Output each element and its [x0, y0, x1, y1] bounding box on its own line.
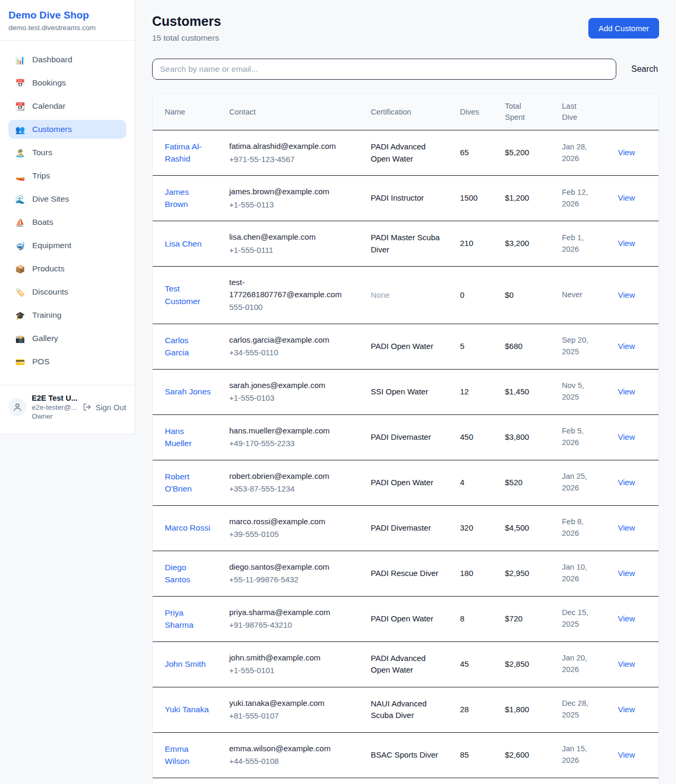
- customer-last-dive: Dec 28, 2025: [562, 698, 599, 721]
- customer-name-link[interactable]: Lisa Chen: [165, 238, 202, 250]
- view-customer-link[interactable]: View: [618, 478, 635, 487]
- person-icon: [13, 402, 22, 412]
- customer-certification: PADI Open Water: [371, 613, 440, 625]
- customer-name-link[interactable]: Priya Sharma: [165, 607, 212, 631]
- sidebar-item-label: Boats: [32, 218, 53, 227]
- customers-table-card: NameContactCertificationDivesTotal Spent…: [152, 93, 659, 784]
- customer-email: diego.santos@example.com: [229, 561, 356, 573]
- customer-name-link[interactable]: Emma Wilson: [165, 743, 212, 768]
- table-row: Priya Sharmapriya.sharma@example.com+91-…: [153, 596, 659, 641]
- column-header-label: Contact: [229, 107, 362, 118]
- search-input[interactable]: [152, 59, 616, 80]
- customer-total-spent: $5,200: [505, 130, 562, 176]
- customer-last-dive: Jan 15, 2026: [562, 743, 599, 767]
- sidebar-item-pos[interactable]: 💳POS: [8, 352, 126, 371]
- customer-certification: PADI Open Water: [371, 341, 440, 353]
- view-customer-link[interactable]: View: [618, 614, 635, 623]
- customer-name-link[interactable]: James Brown: [165, 186, 212, 211]
- tear-calendar-icon: 📆: [15, 102, 25, 110]
- view-customer-link[interactable]: View: [618, 705, 635, 714]
- view-customer-link[interactable]: View: [618, 569, 635, 578]
- sidebar-item-tours[interactable]: 🏝️Tours: [8, 143, 126, 162]
- view-customer-link[interactable]: View: [618, 523, 635, 532]
- user-meta: E2E Test U... e2e-tester@... Owner: [32, 394, 78, 420]
- customer-name-link[interactable]: Carlos Garcia: [165, 334, 212, 359]
- customer-name-link[interactable]: Sarah Jones: [165, 385, 211, 398]
- customer-certification: NAUI Advanced Scuba Diver: [371, 698, 440, 722]
- sidebar-item-label: Customers: [32, 125, 72, 134]
- sidebar-item-equipment[interactable]: 🤿Equipment: [8, 236, 126, 255]
- customer-last-dive: Jan 28, 2026: [562, 141, 599, 165]
- customer-name-link[interactable]: Test Customer: [165, 282, 212, 307]
- view-customer-link[interactable]: View: [618, 750, 635, 759]
- customer-total-spent: $3,800: [505, 414, 562, 460]
- customer-certification: PADI Divemaster: [371, 522, 440, 534]
- camera-icon: 📸: [15, 335, 25, 343]
- customer-name-link[interactable]: John Smith: [165, 658, 206, 670]
- customer-name-link[interactable]: Robert O'Brien: [165, 470, 212, 495]
- sidebar-item-bookings[interactable]: 📅Bookings: [8, 73, 126, 92]
- sidebar-item-customers[interactable]: 👥Customers: [8, 120, 126, 139]
- search-button[interactable]: Search: [630, 60, 659, 78]
- table-row: Fatima Al-Rashidfatima.alrashid@example.…: [153, 130, 659, 176]
- bar-chart-icon: 📊: [15, 56, 25, 64]
- customer-total-spent: $2,100: [505, 778, 562, 784]
- customer-phone: +55-11-99876-5432: [229, 574, 356, 586]
- sign-out-label: Sign Out: [96, 403, 126, 412]
- view-customer-link[interactable]: View: [618, 342, 635, 351]
- customer-phone: +1-555-0103: [229, 392, 356, 404]
- sidebar-item-dive-sites[interactable]: 🌊Dive Sites: [8, 190, 126, 209]
- customer-certification: PADI Advanced Open Water: [371, 141, 440, 165]
- customer-email: john.smith@example.com: [229, 652, 356, 664]
- table-row: Lisa Chenlisa.chen@example.com+1-555-011…: [153, 221, 659, 267]
- customer-last-dive: Jan 25, 2026: [562, 471, 599, 494]
- sign-out-icon: [83, 403, 91, 411]
- sidebar-item-calendar[interactable]: 📆Calendar: [8, 97, 126, 116]
- sidebar-item-label: Dive Sites: [32, 194, 69, 204]
- customer-phone: +971-55-123-4567: [229, 154, 356, 166]
- customer-total-spent: $680: [505, 324, 562, 369]
- sidebar-item-boats[interactable]: ⛵Boats: [8, 213, 126, 232]
- customer-phone: +91-98765-43210: [229, 619, 356, 631]
- package-icon: 📦: [15, 265, 25, 273]
- customer-name-link[interactable]: Diego Santos: [165, 561, 212, 586]
- view-customer-link[interactable]: View: [618, 432, 635, 441]
- view-customer-link[interactable]: View: [618, 148, 635, 157]
- sidebar-item-dashboard[interactable]: 📊Dashboard: [8, 50, 126, 69]
- sidebar-item-gallery[interactable]: 📸Gallery: [8, 329, 126, 348]
- customer-last-dive: Jan 10, 2026: [562, 562, 599, 585]
- customer-last-dive: Dec 15, 2025: [562, 607, 599, 630]
- sign-out-button[interactable]: Sign Out: [83, 403, 126, 412]
- tag-icon: 🏷️: [15, 288, 25, 296]
- customer-total-spent: $720: [505, 596, 562, 641]
- user-name: E2E Test U...: [32, 394, 78, 402]
- view-customer-link[interactable]: View: [618, 239, 635, 248]
- customer-total-spent: $0: [505, 267, 562, 324]
- customer-name-link[interactable]: Marco Rossi: [165, 522, 210, 534]
- customer-last-dive: Nov 5, 2025: [562, 380, 599, 403]
- view-customer-link[interactable]: View: [618, 193, 635, 202]
- view-customer-link[interactable]: View: [618, 387, 635, 396]
- app-window: Demo Dive Shop demo.test.divestreams.com…: [0, 0, 676, 784]
- island-icon: 🏝️: [15, 149, 25, 157]
- sidebar-item-trips[interactable]: 🚤Trips: [8, 166, 126, 185]
- customer-certification: PADI Advanced Open Water: [371, 653, 440, 676]
- credit-card-icon: 💳: [15, 358, 25, 366]
- add-customer-button[interactable]: Add Customer: [588, 18, 659, 39]
- column-header-certification: Certification: [371, 94, 460, 130]
- customer-name-link[interactable]: Fatima Al-Rashid: [165, 140, 212, 165]
- table-row: James Brownjames.brown@example.com+1-555…: [153, 176, 659, 221]
- customer-certification: SSI Open Water: [371, 386, 440, 398]
- sidebar-item-discounts[interactable]: 🏷️Discounts: [8, 282, 126, 301]
- customer-total-spent: $2,600: [505, 732, 562, 778]
- customer-email: hans.mueller@example.com: [229, 425, 356, 437]
- customer-total-spent: $2,950: [505, 551, 562, 596]
- view-customer-link[interactable]: View: [618, 290, 635, 299]
- sidebar-item-training[interactable]: 🎓Training: [8, 306, 126, 325]
- customer-name-link[interactable]: Hans Mueller: [165, 425, 212, 450]
- sidebar-item-products[interactable]: 📦Products: [8, 259, 126, 278]
- avatar: [8, 398, 26, 416]
- speedboat-icon: 🚤: [15, 172, 25, 180]
- customer-name-link[interactable]: Yuki Tanaka: [165, 703, 209, 715]
- view-customer-link[interactable]: View: [618, 659, 635, 668]
